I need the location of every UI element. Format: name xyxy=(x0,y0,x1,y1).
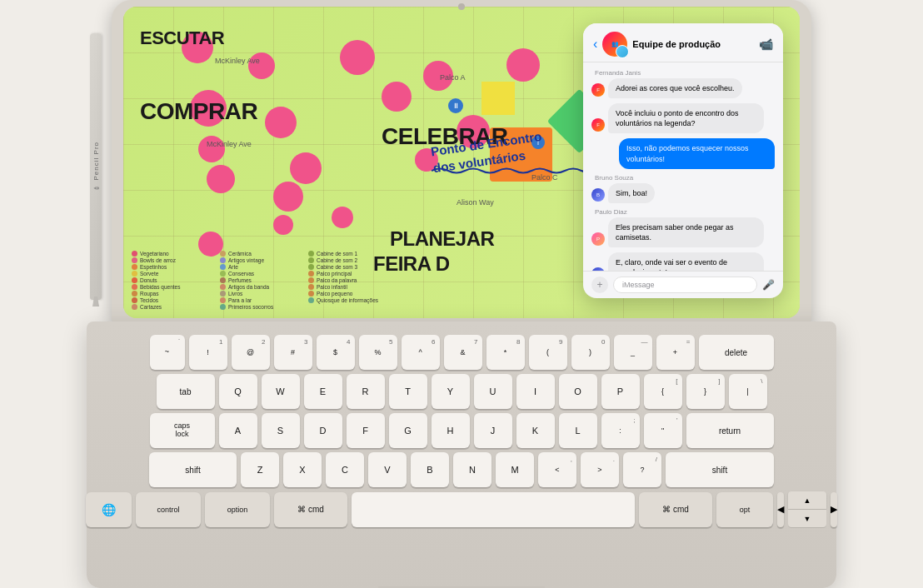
key-i[interactable]: I xyxy=(516,374,555,409)
msg-avatar-row: F Você incluiu o ponto de encontro dos v… xyxy=(591,103,775,133)
screen-content: ⏸ i ESCUTAR COMPRAR CELEBRAR DAN McKinle… xyxy=(123,7,800,318)
key-0[interactable]: )0 xyxy=(571,335,610,370)
ipad-screen: ⏸ i ESCUTAR COMPRAR CELEBRAR DAN McKinle… xyxy=(123,7,800,318)
key-period[interactable]: >. xyxy=(581,452,619,487)
key-8[interactable]: *8 xyxy=(486,335,525,370)
key-c[interactable]: C xyxy=(326,452,364,487)
key-arrow-up[interactable]: ▲ xyxy=(788,491,826,509)
key-shift-right[interactable]: shift xyxy=(666,452,774,487)
key-arrow-down[interactable]: ▼ xyxy=(788,510,826,527)
key-d[interactable]: D xyxy=(304,413,342,448)
key-cmd-right[interactable]: ⌘ cmd xyxy=(639,492,712,527)
avatar: B xyxy=(591,188,605,202)
key-arrow-left[interactable]: ◀ xyxy=(777,492,784,527)
apple-pencil: ✏ Pencil Pro xyxy=(90,33,102,300)
key-p[interactable]: P xyxy=(601,374,640,409)
palco-a: Palco A xyxy=(440,73,466,82)
key-slash[interactable]: ?/ xyxy=(623,452,661,487)
legend-item: Conservas xyxy=(220,271,303,277)
plus-button[interactable]: + xyxy=(591,277,608,293)
key-u[interactable]: U xyxy=(474,374,512,409)
key-rbracket[interactable]: }] xyxy=(686,374,725,409)
map-spot-sm xyxy=(332,207,353,228)
key-semicolon[interactable]: :; xyxy=(601,413,640,448)
key-backslash[interactable]: |\ xyxy=(729,374,767,409)
key-comma[interactable]: <, xyxy=(538,452,576,487)
key-6[interactable]: ^6 xyxy=(402,335,440,370)
key-v[interactable]: V xyxy=(368,452,407,487)
message-row: Isso, não podemos esquecer nossos volunt… xyxy=(591,138,775,168)
key-globe[interactable]: 🌐 xyxy=(86,492,132,527)
key-h[interactable]: H xyxy=(432,413,470,448)
key-2[interactable]: @2 xyxy=(232,335,270,370)
key-arrow-right[interactable]: ▶ xyxy=(831,492,837,527)
key-minus[interactable]: _— xyxy=(614,335,652,370)
key-plus[interactable]: += xyxy=(656,335,695,370)
key-capslock[interactable]: capslock xyxy=(150,413,215,448)
legend-item: Cabine de som 1 xyxy=(308,251,392,257)
key-tab[interactable]: tab xyxy=(157,374,215,409)
key-row-qwerty: tab Q W E R T Y U I O P {[ }] |\ xyxy=(103,374,820,409)
key-j[interactable]: J xyxy=(474,413,512,448)
key-g[interactable]: G xyxy=(389,413,427,448)
key-k[interactable]: K xyxy=(516,413,555,448)
map-spot-sm xyxy=(273,215,293,235)
imessage-input[interactable]: iMessage xyxy=(613,277,757,293)
msg-avatar-row: F Adorei as cores que você escolheu. xyxy=(591,78,775,98)
key-cmd-left[interactable]: ⌘ cmd xyxy=(274,492,347,527)
key-7[interactable]: &7 xyxy=(444,335,482,370)
key-o[interactable]: O xyxy=(559,374,597,409)
key-tilde[interactable]: ~` xyxy=(150,335,185,370)
msg-sender: Fernanda Janis xyxy=(591,69,775,77)
key-4[interactable]: $4 xyxy=(317,335,355,370)
key-control[interactable]: control xyxy=(136,492,201,527)
key-quote[interactable]: "' xyxy=(644,413,682,448)
mic-icon[interactable]: 🎤 xyxy=(762,279,775,291)
device-container: ✏ Pencil Pro xyxy=(0,0,923,588)
key-option-left[interactable]: option xyxy=(205,492,270,527)
arrow-up-down: ▲ ▼ xyxy=(788,491,826,527)
key-x[interactable]: X xyxy=(283,452,322,487)
key-l[interactable]: L xyxy=(559,413,597,448)
group-avatar-overlay xyxy=(616,45,629,58)
legend-item: Para a lar xyxy=(220,297,303,303)
key-m[interactable]: M xyxy=(496,452,534,487)
legend-item: Palco da palavra xyxy=(308,277,392,283)
alison-way: Alison Way xyxy=(457,198,494,207)
key-b[interactable]: B xyxy=(411,452,449,487)
key-9[interactable]: (9 xyxy=(529,335,567,370)
key-t[interactable]: T xyxy=(389,374,427,409)
video-icon[interactable]: 📹 xyxy=(759,37,773,51)
key-z[interactable]: Z xyxy=(241,452,279,487)
pencil-tip xyxy=(92,296,99,306)
key-e[interactable]: E xyxy=(304,374,342,409)
key-n[interactable]: N xyxy=(453,452,491,487)
key-w[interactable]: W xyxy=(262,374,300,409)
key-option-right[interactable]: opt xyxy=(716,492,773,527)
key-y[interactable]: Y xyxy=(432,374,470,409)
key-a[interactable]: A xyxy=(219,413,257,448)
key-s[interactable]: S xyxy=(262,413,300,448)
msg-bubble: E, claro, onde vai ser o evento de agrad… xyxy=(608,252,764,271)
map-spot xyxy=(273,182,303,212)
key-q[interactable]: Q xyxy=(219,374,257,409)
msg-bubble: Isso, não podemos esquecer nossos volunt… xyxy=(619,138,775,168)
key-1[interactable]: !1 xyxy=(189,335,227,370)
key-5[interactable]: %5 xyxy=(359,335,397,370)
back-chevron-icon[interactable]: ‹ xyxy=(593,37,597,52)
key-delete[interactable]: delete xyxy=(699,335,774,370)
key-f[interactable]: F xyxy=(347,413,385,448)
key-return[interactable]: return xyxy=(686,413,774,448)
key-shift-left[interactable]: shift xyxy=(149,452,237,487)
key-3[interactable]: #3 xyxy=(274,335,312,370)
mckinley-label: McKinley Ave xyxy=(215,57,260,65)
ipad: ⏸ i ESCUTAR COMPRAR CELEBRAR DAN McKinle… xyxy=(112,0,811,325)
message-row: Paulo Diaz P Eles precisam saber onde pe… xyxy=(591,208,775,247)
map-text-planejar: PLANEJAR xyxy=(390,227,494,251)
avatar: F xyxy=(591,118,605,132)
group-name: Equipe de produção xyxy=(632,39,754,49)
key-r[interactable]: R xyxy=(347,374,385,409)
key-lbracket[interactable]: {[ xyxy=(644,374,682,409)
imessage-header: ‹ 👥 Equipe de produção 📹 xyxy=(583,23,783,62)
key-space[interactable] xyxy=(352,492,635,527)
